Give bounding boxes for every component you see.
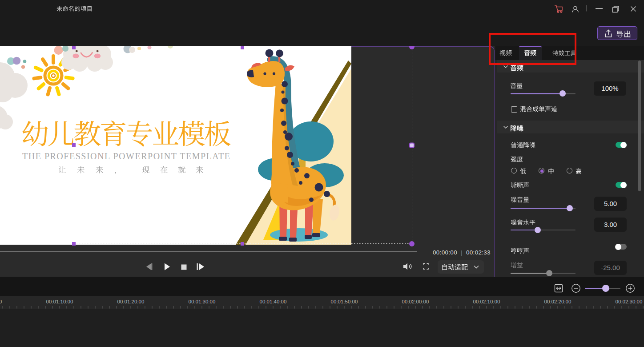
svg-text:00:02:00:00: 00:02:00:00 [402,299,429,304]
svg-text:00:01:40:00: 00:01:40:00 [260,299,287,304]
svg-text:00:01:10:00: 00:01:10:00 [46,299,73,304]
svg-text:00:01:30:00: 00:01:30:00 [189,299,216,304]
svg-text:00:02:30:00: 00:02:30:00 [616,299,643,304]
svg-text:00:01:00:00: 00:01:00:00 [0,299,2,304]
svg-text:00:02:20:00: 00:02:20:00 [544,299,572,304]
svg-text:00:01:20:00: 00:01:20:00 [117,299,145,304]
svg-text:00:02:10:00: 00:02:10:00 [473,299,500,304]
svg-text:00:01:50:00: 00:01:50:00 [331,299,358,304]
